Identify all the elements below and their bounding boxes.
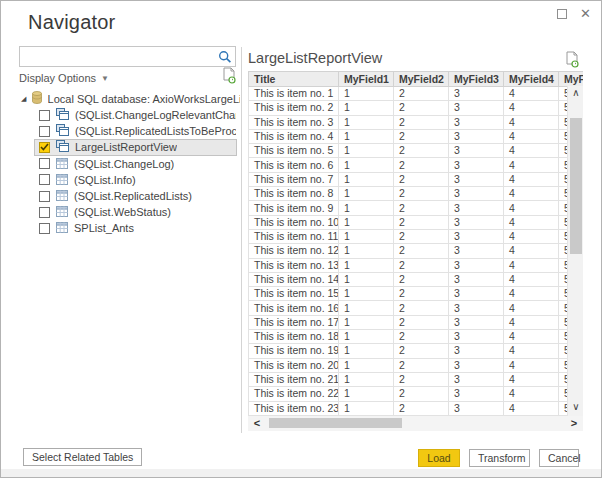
- table-row[interactable]: This is item no. 812345: [249, 187, 584, 201]
- table-row[interactable]: This is item no. 1412345: [249, 272, 584, 286]
- table-row[interactable]: This is item no. 1312345: [249, 258, 584, 272]
- checkbox[interactable]: [39, 207, 50, 218]
- tree-expand-icon[interactable]: ◢: [21, 95, 32, 103]
- vertical-scrollbar[interactable]: ∧ ∨: [567, 86, 583, 416]
- table-row[interactable]: This is item no. 1612345: [249, 301, 584, 315]
- vertical-scroll-thumb[interactable]: [570, 118, 582, 254]
- scroll-left-icon[interactable]: <: [250, 416, 264, 431]
- table-row[interactable]: This is item no. 1912345: [249, 344, 584, 358]
- tree-item[interactable]: (SQList.ReplicatedLists): [34, 188, 237, 204]
- select-related-tables-button[interactable]: Select Related Tables: [23, 448, 142, 466]
- tree-item[interactable]: (SQList.WebStatus): [34, 204, 237, 220]
- tree-item[interactable]: SPList_Ants: [34, 220, 237, 236]
- table-row[interactable]: This is item no. 1812345: [249, 330, 584, 344]
- transform-data-button[interactable]: Transform Data: [469, 449, 530, 467]
- horizontal-scrollbar[interactable]: < >: [248, 416, 583, 431]
- table-cell: 1: [339, 144, 394, 158]
- table-row[interactable]: This is item no. 1012345: [249, 215, 584, 229]
- checkbox[interactable]: [39, 223, 50, 234]
- horizontal-scroll-thumb[interactable]: [269, 418, 402, 428]
- table-cell: 1: [339, 101, 394, 115]
- column-header[interactable]: Title: [249, 72, 339, 87]
- close-icon[interactable]: ✕: [580, 8, 591, 20]
- table-row[interactable]: This is item no. 1212345: [249, 244, 584, 258]
- refresh-icon[interactable]: [222, 67, 236, 88]
- display-options-label: Display Options: [19, 72, 96, 84]
- table-cell: 4: [504, 258, 559, 272]
- load-button[interactable]: Load: [418, 449, 460, 467]
- table-cell: 3: [449, 387, 504, 401]
- table-row[interactable]: This is item no. 912345: [249, 201, 584, 215]
- table-row[interactable]: This is item no. 1512345: [249, 287, 584, 301]
- tree-item[interactable]: (SQList.Info): [34, 172, 237, 188]
- table-row[interactable]: This is item no. 712345: [249, 172, 584, 186]
- column-header[interactable]: MyField1: [339, 72, 394, 87]
- scroll-up-icon[interactable]: ∧: [568, 86, 584, 100]
- table-row[interactable]: This is item no. 1712345: [249, 315, 584, 329]
- checkbox[interactable]: [39, 174, 50, 185]
- table-cell: 3: [449, 229, 504, 243]
- table-row[interactable]: This is item no. 312345: [249, 115, 584, 129]
- column-header[interactable]: MyField4: [504, 72, 559, 87]
- scroll-down-icon[interactable]: ∨: [568, 400, 584, 414]
- table-row[interactable]: This is item no. 212345: [249, 101, 584, 115]
- table-cell: 4: [504, 315, 559, 329]
- table-cell: 2: [394, 387, 449, 401]
- tree-item-label: SPList_Ants: [74, 222, 134, 234]
- scroll-right-icon[interactable]: >: [567, 416, 581, 431]
- table-row[interactable]: This is item no. 1112345: [249, 229, 584, 243]
- table-cell: 4: [504, 115, 559, 129]
- checkbox[interactable]: [39, 110, 50, 121]
- search-icon[interactable]: [217, 49, 233, 65]
- table-row[interactable]: This is item no. 2212345: [249, 387, 584, 401]
- tree-root-database[interactable]: ◢ Local SQL database: AxioWorksLargeList…: [1, 91, 240, 107]
- table-cell: 2: [394, 301, 449, 315]
- tree-item[interactable]: (SQList.ChangeLogRelevantChangeItemEn...: [34, 107, 237, 123]
- table-cell: 1: [339, 129, 394, 143]
- column-header[interactable]: MyField5: [559, 72, 584, 87]
- table-cell: 1: [339, 372, 394, 386]
- dialog-title: Navigator: [28, 11, 115, 34]
- preview-table: TitleMyField1MyField2MyField3MyField4MyF…: [248, 71, 583, 416]
- refresh-preview-icon[interactable]: [565, 51, 579, 72]
- table-cell: 2: [394, 129, 449, 143]
- table-cell: 1: [339, 301, 394, 315]
- table-cell: This is item no. 9: [249, 201, 339, 215]
- checkbox[interactable]: [39, 142, 50, 153]
- checkbox[interactable]: [39, 191, 50, 202]
- tree-item-label: (SQList.ReplicatedLists): [74, 190, 192, 202]
- table-cell: 1: [339, 344, 394, 358]
- table-cell: 2: [394, 287, 449, 301]
- table-row[interactable]: This is item no. 412345: [249, 129, 584, 143]
- search-input[interactable]: [20, 48, 217, 65]
- table-cell: 2: [394, 272, 449, 286]
- column-header[interactable]: MyField3: [449, 72, 504, 87]
- table-cell: 4: [504, 187, 559, 201]
- table-cell: 3: [449, 358, 504, 372]
- tree-item[interactable]: (SQList.ChangeLog): [34, 156, 237, 172]
- table-cell: 4: [504, 129, 559, 143]
- tree-item-label: (SQList.Info): [74, 174, 136, 186]
- tree-item[interactable]: (SQList.ReplicatedListsToBeProcessed): [34, 123, 237, 139]
- table-row[interactable]: This is item no. 2012345: [249, 358, 584, 372]
- table-row[interactable]: This is item no. 2312345: [249, 401, 584, 415]
- table-row[interactable]: This is item no. 612345: [249, 158, 584, 172]
- table-row[interactable]: This is item no. 512345: [249, 144, 584, 158]
- cancel-button[interactable]: Cancel: [539, 449, 579, 467]
- table-cell: 2: [394, 187, 449, 201]
- table-cell: 2: [394, 215, 449, 229]
- table-row[interactable]: This is item no. 112345: [249, 87, 584, 101]
- table-row[interactable]: This is item no. 2112345: [249, 372, 584, 386]
- table-cell: 2: [394, 258, 449, 272]
- checkbox[interactable]: [39, 158, 50, 169]
- maximize-icon[interactable]: [557, 9, 567, 19]
- tree-item-label: (SQList.ChangeLog): [74, 158, 174, 170]
- table-cell: 2: [394, 101, 449, 115]
- tree-item[interactable]: LargeListReportView: [34, 139, 237, 155]
- table-cell: 1: [339, 172, 394, 186]
- display-options[interactable]: Display Options ▼: [19, 70, 236, 86]
- table-cell: 2: [394, 372, 449, 386]
- column-header[interactable]: MyField2: [394, 72, 449, 87]
- table-cell: This is item no. 11: [249, 229, 339, 243]
- checkbox[interactable]: [39, 126, 50, 137]
